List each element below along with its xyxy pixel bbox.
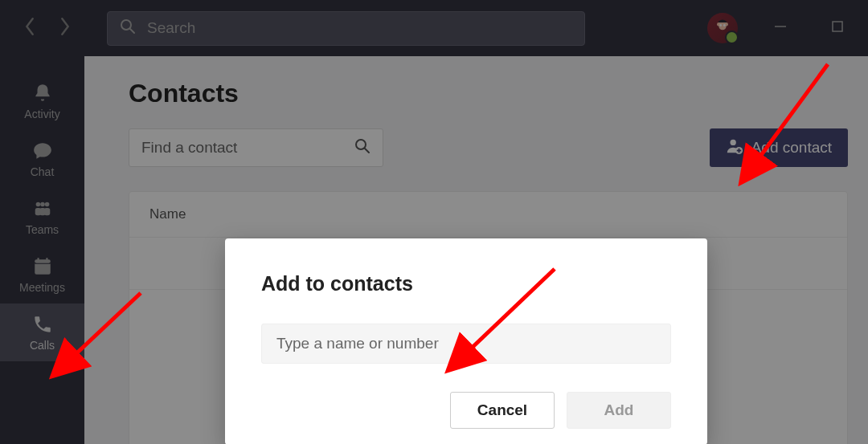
add-button[interactable]: Add bbox=[567, 392, 671, 429]
add-to-contacts-modal: Add to contacts Cancel Add bbox=[225, 238, 707, 444]
modal-actions: Cancel Add bbox=[261, 392, 671, 429]
cancel-button[interactable]: Cancel bbox=[450, 392, 555, 429]
name-or-number-input[interactable] bbox=[261, 324, 671, 364]
modal-overlay[interactable]: Add to contacts Cancel Add bbox=[0, 0, 868, 444]
modal-title: Add to contacts bbox=[261, 272, 671, 295]
